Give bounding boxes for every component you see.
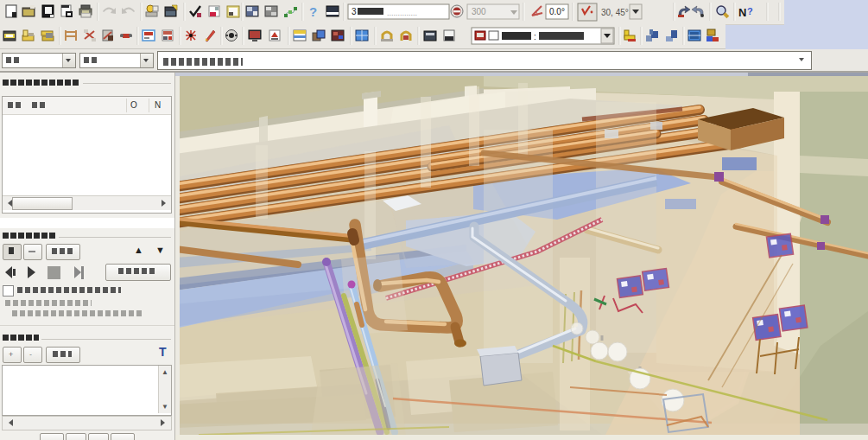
svg-text:?: ?: [747, 6, 753, 16]
svg-text:30, 45°: 30, 45°: [601, 8, 629, 17]
svg-text:3: 3: [352, 7, 357, 16]
svg-text::: :: [534, 32, 536, 41]
svg-text:300: 300: [472, 7, 486, 16]
svg-text:?: ?: [309, 4, 317, 19]
svg-text:0.0°: 0.0°: [549, 7, 565, 16]
svg-text:..............: ..............: [387, 9, 417, 17]
svg-text:N: N: [738, 6, 746, 19]
